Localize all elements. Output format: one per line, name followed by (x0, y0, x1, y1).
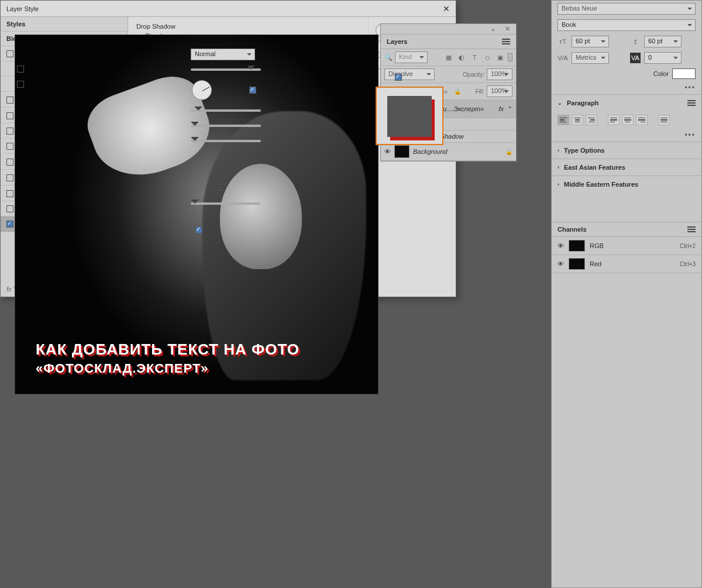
panel-menu-icon[interactable] (687, 100, 696, 106)
align-left-button[interactable] (558, 115, 569, 125)
knocks-out-checkbox[interactable] (195, 226, 202, 233)
panel-menu-icon[interactable] (502, 39, 510, 44)
checkbox[interactable] (17, 66, 24, 73)
middle-eastern-section[interactable]: ›Middle Eastern Features (552, 176, 701, 192)
blend-mode-dropdown[interactable]: Normal (191, 49, 255, 60)
character-panel[interactable]: Bebas Neue Book тT 60 pt ‡ 60 pt V/A Met… (551, 0, 702, 588)
leading-input[interactable]: 60 pt (644, 36, 682, 47)
size-slider[interactable] (191, 140, 261, 142)
justify-all-button[interactable] (658, 115, 670, 125)
angle-dial[interactable] (192, 80, 212, 100)
fill-value[interactable]: 100% (487, 85, 512, 97)
spread-slider[interactable] (191, 125, 261, 127)
justify-center-button[interactable] (622, 115, 634, 125)
tracking-input[interactable]: 0 (644, 52, 682, 64)
channel-rgb[interactable]: RGB Ctrl+2 (552, 237, 701, 255)
checkbox[interactable] (6, 128, 13, 135)
checkbox[interactable] (6, 143, 13, 150)
visibility-icon[interactable] (384, 148, 391, 155)
checkbox[interactable] (17, 81, 24, 88)
align-right-button[interactable] (586, 115, 597, 125)
layers-panel-title: Layers (387, 38, 407, 45)
opacity-label: Opacity: (463, 71, 484, 78)
lock-icon (505, 148, 512, 155)
collapse-icon[interactable]: « (488, 24, 498, 35)
more-icon[interactable] (684, 84, 696, 92)
panel-menu-icon[interactable] (687, 226, 696, 232)
channel-thumb (569, 258, 585, 270)
type-options-section[interactable]: ›Type Options (552, 142, 701, 159)
checkbox[interactable] (6, 50, 13, 57)
canvas-text-line2: «ФОТОСКЛАД.ЭКСПЕРТ» (36, 361, 300, 376)
font-family-dropdown[interactable]: Bebas Neue (558, 3, 696, 15)
checkbox[interactable] (6, 112, 13, 119)
preview-swatch (376, 87, 443, 145)
font-style-dropdown[interactable]: Book (558, 19, 696, 31)
lock-all-icon[interactable] (452, 86, 463, 97)
fx-badge[interactable]: fx (498, 105, 504, 112)
channel-thumb (569, 240, 585, 252)
visibility-icon[interactable] (558, 260, 564, 267)
blend-mode-dropdown[interactable]: Dissolve (384, 68, 435, 80)
styles-header[interactable]: Styles (1, 17, 128, 32)
layer-name: Background (413, 148, 502, 155)
section-title: Drop Shadow (136, 23, 360, 30)
checkbox[interactable] (6, 159, 13, 166)
canvas-text-line1: КАК ДОБАВИТЬ ТЕКСТ НА ФОТО (36, 341, 300, 359)
checkbox[interactable] (6, 190, 13, 197)
filter-toggle[interactable] (508, 53, 512, 61)
leading-icon: ‡ (630, 36, 641, 47)
align-center-button[interactable] (572, 115, 583, 125)
close-icon[interactable]: ✕ (443, 4, 450, 13)
visibility-icon[interactable] (558, 242, 564, 249)
justify-left-button[interactable] (608, 115, 620, 125)
checkbox[interactable] (6, 221, 13, 228)
font-size-icon: тT (558, 36, 568, 47)
paragraph-section[interactable]: ⌄Paragraph (552, 94, 701, 111)
fill-label: Fill: (475, 88, 484, 95)
antialiased-checkbox[interactable] (219, 184, 226, 191)
filter-shape-icon[interactable]: ◇ (482, 52, 493, 63)
checkbox[interactable] (6, 97, 13, 104)
layer-background[interactable]: Background (381, 143, 516, 161)
filter-adjust-icon[interactable]: ◐ (456, 52, 467, 63)
preview-checkbox[interactable] (395, 74, 402, 81)
color-label: Color (653, 70, 669, 77)
filter-pixel-icon[interactable]: ▦ (443, 52, 454, 63)
tracking-icon: VA (630, 53, 641, 63)
kerning-input[interactable]: Metrics (572, 52, 609, 64)
east-asian-section[interactable]: ›East Asian Features (552, 159, 701, 176)
opacity-value[interactable]: 100% (487, 68, 512, 80)
preview-layer (387, 96, 432, 137)
dialog-title: Layer Style (6, 5, 39, 12)
global-light-checkbox[interactable] (249, 87, 256, 94)
opacity-slider[interactable] (191, 68, 261, 71)
text-color-swatch[interactable] (672, 68, 696, 79)
checkbox[interactable] (6, 205, 13, 212)
filter-type-icon[interactable]: T (469, 52, 480, 63)
photo-face (220, 164, 302, 269)
fx-menu-icon[interactable]: fx˅ (6, 286, 15, 293)
canvas-text-layer[interactable]: КАК ДОБАВИТЬ ТЕКСТ НА ФОТО «ФОТОСКЛАД.ЭК… (36, 341, 300, 376)
justify-right-button[interactable] (636, 115, 648, 125)
filter-kind-dropdown[interactable]: Kind (395, 51, 428, 63)
layer-thumb-bg (394, 145, 410, 158)
font-size-input[interactable]: 60 pt (572, 36, 609, 47)
close-icon[interactable]: ✕ (502, 24, 512, 35)
filter-smart-icon[interactable]: ▣ (495, 52, 505, 63)
more-icon[interactable] (684, 131, 696, 139)
channel-red[interactable]: Red Ctrl+3 (552, 255, 701, 273)
noise-slider[interactable] (191, 202, 261, 205)
distance-slider[interactable] (191, 109, 261, 112)
channels-title: Channels (558, 226, 587, 233)
kerning-icon: V/A (558, 53, 568, 63)
checkbox[interactable] (6, 174, 13, 181)
fx-chevron-icon[interactable]: ⌃ (507, 105, 512, 113)
